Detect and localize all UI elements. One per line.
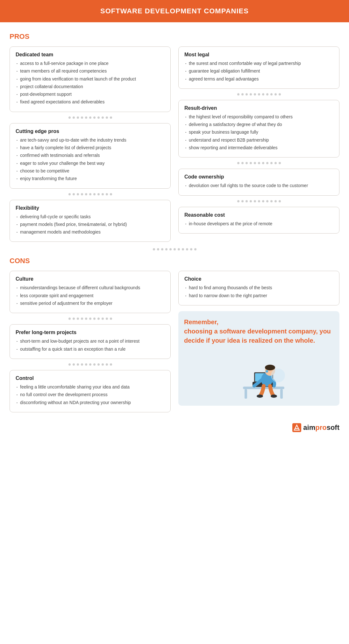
dots-divider-5 bbox=[178, 200, 339, 202]
list-item: show reporting and intermediate delivera… bbox=[184, 144, 333, 151]
card-result-driven: Result-driven the highest level of respo… bbox=[178, 100, 339, 158]
page-header: SOFTWARE DEVELOPMENT COMPANIES bbox=[0, 0, 349, 22]
card-most-legal-list: the surest and most comfortable way of l… bbox=[184, 60, 333, 82]
dots-divider-3 bbox=[178, 93, 339, 95]
card-choice-list: hard to find among thousands of the best… bbox=[184, 284, 333, 299]
cons-right-col: Choice hard to find among thousands of t… bbox=[178, 271, 339, 406]
list-item: enjoy transforming the future bbox=[16, 175, 165, 182]
remember-prefix: Remember, bbox=[184, 318, 218, 326]
brand-highlight: pro bbox=[315, 424, 326, 431]
card-code-ownership: Code ownership devolution over full righ… bbox=[178, 169, 339, 195]
list-item: have a fairly complete list of delivered… bbox=[16, 144, 165, 151]
list-item: feeling a little uncomfortable sharing y… bbox=[16, 384, 165, 390]
list-item: payment models (fixed price, time&materi… bbox=[16, 221, 165, 228]
card-cutting-edge-title: Cutting edge pros bbox=[16, 129, 165, 134]
brand-logo-icon bbox=[292, 423, 301, 432]
svg-point-9 bbox=[257, 395, 263, 398]
card-reasonable-cost: Reasonable cost in-house developers at t… bbox=[178, 207, 339, 234]
pros-right-col: Most legal the surest and most comfortab… bbox=[178, 46, 339, 234]
card-control-list: feeling a little uncomfortable sharing y… bbox=[16, 384, 165, 406]
svg-point-8 bbox=[265, 365, 275, 370]
list-item: sensitive period of adjustment for the e… bbox=[16, 300, 165, 306]
list-item: outstaffing for a quick start is an exce… bbox=[16, 346, 165, 352]
dots-divider-full-1 bbox=[10, 248, 339, 250]
person-illustration bbox=[184, 348, 334, 406]
list-item: understand and respect B2B partnership bbox=[184, 137, 333, 143]
list-item: no full control over the development pro… bbox=[16, 391, 165, 398]
card-dedicated-team: Dedicated team access to a full-service … bbox=[10, 46, 171, 112]
cons-section: CONS Culture misunderstandings because o… bbox=[10, 257, 339, 412]
list-item: agreed terms and legal advantages bbox=[184, 76, 333, 82]
card-cutting-edge-list: are tech-savvy and up-to-date with the i… bbox=[16, 137, 165, 182]
cons-grid: Culture misunderstandings because of dif… bbox=[10, 271, 339, 412]
main-content: PROS Dedicated team access to a full-ser… bbox=[0, 22, 349, 420]
list-item: short-term and low-budget projects are n… bbox=[16, 338, 165, 344]
card-dedicated-team-title: Dedicated team bbox=[16, 52, 165, 58]
card-long-term: Prefer long-term projects short-term and… bbox=[10, 324, 171, 359]
list-item: delivering full-cycle or specific tasks bbox=[16, 214, 165, 220]
card-result-driven-list: the highest level of responsibility comp… bbox=[184, 114, 333, 151]
dots-divider-1 bbox=[10, 116, 171, 119]
list-item: confirmed with testimonials and referral… bbox=[16, 152, 165, 158]
list-item: management models and methodologies bbox=[16, 229, 165, 235]
card-dedicated-team-list: access to a full-service package in one … bbox=[16, 60, 165, 105]
list-item: devolution over full rights to the sourc… bbox=[184, 182, 333, 189]
card-flexibility: Flexibility delivering full-cycle or spe… bbox=[10, 200, 171, 242]
pros-grid: Dedicated team access to a full-service … bbox=[10, 46, 339, 242]
header-title: SOFTWARE DEVELOPMENT COMPANIES bbox=[100, 7, 249, 15]
pros-section-title: PROS bbox=[10, 32, 339, 41]
card-culture: Culture misunderstandings because of dif… bbox=[10, 271, 171, 313]
list-item: discomforting without an NDA protecting … bbox=[16, 399, 165, 406]
list-item: are tech-savvy and up-to-date with the i… bbox=[16, 137, 165, 143]
card-long-term-title: Prefer long-term projects bbox=[16, 330, 165, 335]
card-choice: Choice hard to find among thousands of t… bbox=[178, 271, 339, 305]
list-item: guarantee legal obligation fulfillment bbox=[184, 68, 333, 74]
dots-divider-2 bbox=[10, 193, 171, 195]
list-item: hard to narrow down to the right partner bbox=[184, 292, 333, 299]
svg-point-11 bbox=[271, 368, 285, 382]
list-item: less corporate spirit and engagement bbox=[16, 292, 165, 299]
card-result-driven-title: Result-driven bbox=[184, 105, 333, 111]
card-reasonable-cost-list: in-house developers at the price of remo… bbox=[184, 220, 333, 227]
list-item: going from idea verification to market l… bbox=[16, 76, 165, 82]
svg-point-12 bbox=[266, 370, 268, 373]
card-cutting-edge: Cutting edge pros are tech-savvy and up-… bbox=[10, 123, 171, 189]
remember-highlight: choosing a software development company,… bbox=[184, 328, 331, 344]
list-item: delivering a satisfactory degree of what… bbox=[184, 121, 333, 128]
svg-point-10 bbox=[271, 395, 277, 398]
card-culture-list: misunderstandings because of different c… bbox=[16, 284, 165, 306]
card-culture-title: Culture bbox=[16, 276, 165, 282]
list-item: access to a full-service package in one … bbox=[16, 60, 165, 66]
card-flexibility-title: Flexibility bbox=[16, 205, 165, 211]
cons-section-title: CONS bbox=[10, 257, 339, 265]
card-most-legal: Most legal the surest and most comfortab… bbox=[178, 46, 339, 89]
list-item: the highest level of responsibility comp… bbox=[184, 114, 333, 120]
svg-rect-1 bbox=[245, 389, 247, 399]
list-item: the surest and most comfortable way of l… bbox=[184, 60, 333, 66]
dots-divider-4 bbox=[178, 162, 339, 164]
card-most-legal-title: Most legal bbox=[184, 52, 333, 58]
brand-name: aimprosoft bbox=[303, 424, 339, 432]
list-item: fixed agreed expectations and deliverabl… bbox=[16, 99, 165, 105]
list-item: choose to be competitive bbox=[16, 168, 165, 174]
list-item: eager to solve your challenge the best w… bbox=[16, 160, 165, 166]
list-item: misunderstandings because of different c… bbox=[16, 284, 165, 291]
card-choice-title: Choice bbox=[184, 276, 333, 282]
footer-brand: aimprosoft bbox=[0, 420, 349, 438]
svg-rect-2 bbox=[280, 389, 283, 399]
card-code-ownership-title: Code ownership bbox=[184, 174, 333, 180]
person-svg bbox=[224, 352, 294, 406]
card-long-term-list: short-term and low-budget projects are n… bbox=[16, 338, 165, 352]
card-control-title: Control bbox=[16, 375, 165, 381]
list-item: hard to find among thousands of the best… bbox=[184, 284, 333, 291]
card-code-ownership-list: devolution over full rights to the sourc… bbox=[184, 182, 333, 189]
dots-divider-6 bbox=[10, 318, 171, 320]
card-flexibility-list: delivering full-cycle or specific tasks … bbox=[16, 214, 165, 235]
remember-box: Remember, choosing a software developmen… bbox=[178, 311, 339, 406]
cons-left-col: Culture misunderstandings because of dif… bbox=[10, 271, 171, 412]
list-item: speak your business language fully bbox=[184, 129, 333, 135]
remember-text: Remember, choosing a software developmen… bbox=[184, 318, 334, 345]
card-reasonable-cost-title: Reasonable cost bbox=[184, 212, 333, 218]
dots-divider-7 bbox=[10, 363, 171, 366]
list-item: team members of all required competencie… bbox=[16, 68, 165, 74]
